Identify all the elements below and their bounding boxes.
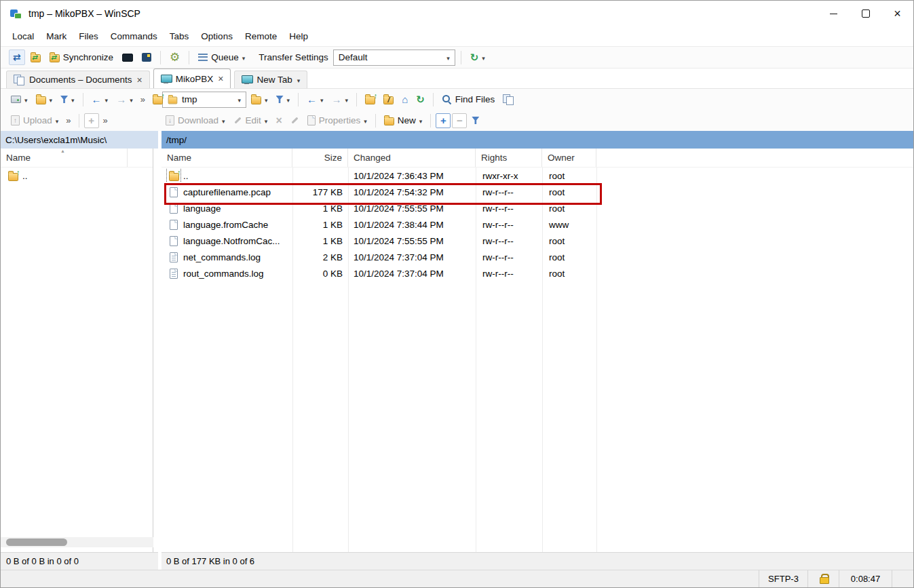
copy-icon — [503, 94, 514, 104]
protocol-indicator[interactable]: SFTP-3 — [759, 570, 807, 587]
edit-button[interactable]: Edit — [230, 113, 271, 128]
remote-column-changed[interactable]: Changed — [348, 149, 476, 167]
file-row-language.fromCache[interactable]: language.fromCache1 KB10/1/2024 7:38:44 … — [161, 216, 913, 233]
close-tab-icon[interactable] — [137, 75, 142, 85]
minimize-button[interactable] — [818, 1, 850, 26]
main-toolbar: Synchronize Queue Transfer Settings Defa… — [1, 46, 913, 68]
local-panel: Name .. — [1, 149, 158, 552]
remote-parent-directory-button[interactable] — [362, 92, 379, 106]
menu-commands[interactable]: Commands — [104, 28, 164, 44]
local-status: 0 B of 0 B in 0 of 0 — [1, 552, 158, 570]
add-filter-button[interactable] — [436, 113, 451, 128]
local-horizontal-scrollbar[interactable] — [1, 537, 153, 547]
file-row-language[interactable]: language1 KB10/1/2024 7:55:55 PMrw-r--r-… — [161, 200, 913, 216]
open-console-button[interactable] — [119, 52, 136, 64]
back-arrow-icon — [92, 94, 102, 105]
root-folder-icon — [383, 96, 394, 104]
upload-button[interactable]: Upload — [7, 113, 62, 128]
duplicate-button[interactable] — [499, 92, 517, 106]
file-row-parent[interactable]: ..10/1/2024 7:36:43 PMrwxr-xr-xroot — [161, 168, 913, 184]
file-row-language.NotfromCac...[interactable]: language.NotfromCac...1 KB10/1/2024 7:55… — [161, 233, 913, 249]
local-column-name[interactable]: Name — [1, 149, 128, 167]
menu-mark[interactable]: Mark — [40, 28, 73, 44]
funnel-icon — [472, 117, 479, 124]
remote-forward-button[interactable] — [328, 92, 352, 107]
scrollbar-thumb[interactable] — [6, 538, 67, 546]
menu-local[interactable]: Local — [6, 28, 40, 44]
open-putty-button[interactable] — [138, 51, 155, 64]
remote-status: 0 B of 177 KB in 0 of 6 — [161, 552, 913, 570]
refresh-session-button[interactable] — [467, 50, 489, 65]
chevron-down-icon — [265, 94, 268, 104]
close-tab-icon[interactable] — [218, 73, 223, 84]
local-drive-button[interactable] — [7, 92, 31, 106]
remote-back-button[interactable] — [303, 92, 327, 107]
tab-mikopbx[interactable]: MikoPBX — [153, 68, 231, 88]
maximize-button[interactable] — [850, 1, 881, 26]
local-forward-button[interactable] — [113, 92, 136, 107]
transfer-settings-combo[interactable]: Default — [333, 50, 455, 66]
synchronize-button[interactable]: Synchronize — [46, 50, 117, 64]
file-name: .. — [183, 171, 189, 181]
remote-column-name[interactable]: Name — [161, 149, 292, 167]
remote-column-rights[interactable]: Rights — [476, 149, 542, 167]
rename-button[interactable] — [287, 114, 303, 127]
file-row-net_commands.log[interactable]: net_commands.log2 KB10/1/2024 7:37:04 PM… — [161, 249, 913, 265]
file-icon-wrap — [167, 250, 180, 264]
remote-refresh-button[interactable] — [413, 92, 428, 107]
rights-cell: rw-r--r-- — [476, 203, 542, 214]
local-path-bar[interactable]: C:\Users\excla1m\Music\ — [1, 131, 158, 149]
remote-filter-button[interactable] — [273, 92, 294, 106]
filter-toggle-button[interactable] — [468, 115, 482, 126]
chevron-down-icon — [320, 94, 324, 104]
encryption-indicator[interactable] — [807, 570, 839, 587]
chevron-down-icon — [364, 115, 367, 125]
menu-tabs[interactable]: Tabs — [164, 28, 195, 44]
remote-root-directory-button[interactable] — [380, 92, 397, 106]
find-files-button[interactable]: Find Files — [438, 92, 499, 106]
menu-files[interactable]: Files — [73, 28, 104, 44]
winscp-window: tmp – MikoPBX – WinSCP LocalMarkFilesCom… — [0, 0, 914, 588]
download-button[interactable]: Download — [162, 113, 229, 128]
remote-directory-combo[interactable]: tmp — [162, 92, 246, 108]
toolbar-separator — [461, 51, 461, 64]
overflow-chevron-icon[interactable] — [138, 94, 148, 104]
delete-button[interactable] — [272, 113, 285, 128]
local-back-button[interactable] — [88, 92, 112, 107]
remote-home-button[interactable] — [398, 92, 411, 107]
file-row-capturefilename.pcap[interactable]: capturefilename.pcap177 KB10/1/2024 7:54… — [161, 184, 913, 200]
queue-button[interactable]: Queue — [195, 50, 248, 64]
file-row-parent[interactable]: .. — [1, 168, 153, 184]
new-button[interactable]: New — [381, 113, 426, 128]
menu-remote[interactable]: Remote — [239, 28, 283, 44]
rights-cell: rw-r--r-- — [476, 269, 542, 279]
local-add-button[interactable] — [84, 113, 99, 128]
close-button[interactable] — [881, 1, 913, 26]
remote-open-directory-button[interactable] — [248, 92, 271, 106]
transfer-mode-button[interactable] — [9, 50, 25, 65]
properties-button[interactable]: Properties — [304, 113, 370, 128]
remote-column-owner[interactable]: Owner — [542, 149, 596, 167]
local-filter-button[interactable] — [57, 92, 78, 106]
rights-cell: rw-r--r-- — [476, 236, 542, 246]
preferences-button[interactable] — [166, 50, 183, 65]
tab-new[interactable]: New Tab — [234, 71, 307, 88]
remove-filter-button[interactable] — [452, 113, 467, 128]
upload-icon — [11, 115, 20, 125]
file-name: net_commands.log — [183, 252, 261, 262]
owner-cell: root — [542, 187, 596, 197]
tab-label: New Tab — [256, 75, 292, 85]
menu-help[interactable]: Help — [283, 28, 314, 44]
synchronize-browsing-button[interactable] — [27, 50, 44, 64]
overflow-chevron-icon[interactable] — [63, 115, 73, 125]
file-name: language — [183, 203, 221, 214]
menu-options[interactable]: Options — [195, 28, 239, 44]
file-name: .. — [22, 171, 28, 181]
new-folder-icon — [384, 117, 394, 125]
remote-column-size[interactable]: Size — [292, 149, 348, 167]
file-row-rout_commands.log[interactable]: rout_commands.log0 KB10/1/2024 7:37:04 P… — [161, 265, 913, 281]
overflow-chevron-icon[interactable] — [100, 115, 111, 125]
local-open-directory-button[interactable] — [33, 92, 56, 106]
remote-path-bar[interactable]: /tmp/ — [161, 131, 913, 149]
tab-documents[interactable]: Documents – Documents — [6, 71, 150, 88]
